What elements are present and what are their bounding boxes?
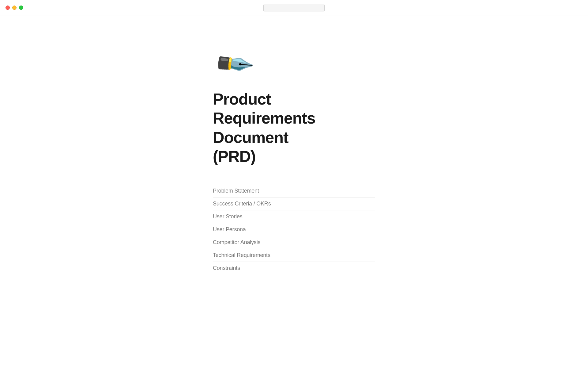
toc-link-user-stories[interactable]: User Stories [213, 213, 243, 220]
pen-emoji-icon: ✒️ [209, 40, 257, 87]
toolbar-search-bar[interactable] [263, 4, 325, 12]
toc-item: Problem Statement [213, 185, 375, 197]
toc-item: Success Criteria / OKRs [213, 197, 375, 210]
maximize-button[interactable] [19, 6, 23, 10]
toc-link-technical-requirements[interactable]: Technical Requirements [213, 252, 270, 259]
toc-item: Competitor Analysis [213, 236, 375, 249]
toc-item: Constraints [213, 262, 375, 274]
toc-list: Problem Statement Success Criteria / OKR… [213, 185, 375, 274]
toc-link-success-criteria[interactable]: Success Criteria / OKRs [213, 201, 271, 207]
page-icon: ✒️ [213, 40, 375, 80]
toolbar [0, 0, 588, 16]
toc-link-problem-statement[interactable]: Problem Statement [213, 188, 259, 194]
minimize-button[interactable] [12, 6, 17, 10]
toc-link-competitor-analysis[interactable]: Competitor Analysis [213, 239, 260, 246]
toc-link-user-persona[interactable]: User Persona [213, 226, 246, 233]
traffic-lights [6, 6, 23, 10]
page-title: Product Requirements Document (PRD) [213, 90, 375, 166]
toc-item: User Persona [213, 223, 375, 236]
main-content: ✒️ Product Requirements Document (PRD) P… [156, 0, 432, 274]
toc-link-constraints[interactable]: Constraints [213, 265, 240, 271]
toc-item: Technical Requirements [213, 249, 375, 262]
close-button[interactable] [6, 6, 10, 10]
toc-item: User Stories [213, 210, 375, 223]
